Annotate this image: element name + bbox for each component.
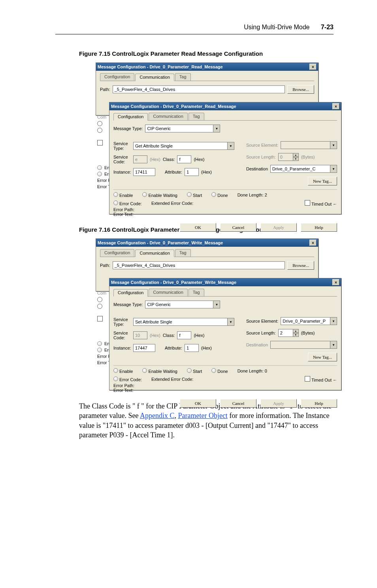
led-icon — [113, 368, 118, 373]
chevron-down-icon[interactable]: ▼ — [228, 142, 234, 150]
led-icon — [113, 200, 118, 205]
dest-combo[interactable]: Drive_0_Parameter_C — [270, 165, 330, 173]
led-icon — [97, 341, 102, 346]
radio-icon[interactable] — [97, 297, 102, 302]
chevron-down-icon[interactable]: ▼ — [330, 165, 337, 173]
tab-tag[interactable]: Tag — [175, 73, 191, 81]
cancel-button[interactable]: Cancel — [220, 399, 256, 408]
fig2-front-title: Message Configuration - Drive_0_Paramete… — [111, 280, 332, 285]
tab-tag[interactable]: Tag — [188, 113, 204, 120]
checkbox-icon[interactable] — [97, 316, 103, 321]
led-icon — [142, 368, 147, 373]
tab-tag[interactable]: Tag — [188, 289, 204, 296]
instance-input[interactable]: 17411 — [133, 168, 155, 176]
chevron-down-icon[interactable]: ▼ — [228, 318, 234, 326]
radio-icon[interactable] — [97, 128, 102, 133]
fig1-back-tabs: Configuration Communication Tag — [100, 73, 314, 81]
class-label: Class: — [163, 157, 175, 162]
msg-type-combo[interactable]: CIP Generic — [145, 301, 213, 308]
timed-out-checkbox[interactable] — [305, 376, 310, 382]
chevron-down-icon[interactable]: ▼ — [330, 341, 337, 349]
instance-label: Instance: — [113, 170, 131, 174]
tab-tag[interactable]: Tag — [175, 249, 191, 257]
header-rule — [55, 34, 334, 34]
apply-button: Apply — [260, 399, 297, 408]
service-code-input: 10 — [133, 331, 147, 339]
chevron-down-icon[interactable]: ▼ — [330, 141, 337, 149]
close-icon[interactable]: × — [332, 279, 339, 285]
led-icon — [187, 368, 192, 373]
src-elem-label: Source Element: — [246, 143, 278, 147]
service-code-label: Service Code: — [113, 155, 131, 164]
spin-up-icon[interactable]: ▲ — [293, 329, 299, 333]
tab-communication[interactable]: Communication — [135, 250, 174, 257]
dest-combo — [270, 341, 330, 349]
tab-configuration[interactable]: Configuration — [100, 249, 134, 257]
dest-label: Destination — [246, 166, 268, 171]
ok-button[interactable]: OK — [180, 399, 216, 408]
service-code-input: e — [133, 155, 147, 163]
path-input[interactable]: _5_PowerFlex_4_Class_Drives — [113, 85, 285, 93]
fig1-front-title: Message Configuration - Drive_0_Paramete… — [111, 104, 332, 109]
path-label: Path: — [100, 87, 110, 92]
src-elem-combo — [281, 141, 330, 149]
tab-configuration[interactable]: Configuration — [100, 73, 134, 81]
attribute-input[interactable]: 1 — [185, 168, 199, 176]
class-input[interactable]: f — [177, 331, 191, 339]
led-icon — [97, 165, 102, 170]
radio-icon[interactable] — [97, 121, 102, 126]
led-icon — [113, 376, 118, 381]
spin-down-icon[interactable]: ▼ — [293, 333, 299, 337]
apply-button: Apply — [260, 223, 297, 232]
ok-button[interactable]: OK — [180, 223, 216, 232]
new-tag-button[interactable]: New Tag... — [308, 177, 337, 185]
fig1-dialogs: Message Configuration - Drive_0_Paramete… — [96, 62, 341, 214]
msg-type-label: Message Type: — [113, 126, 143, 131]
close-icon[interactable]: × — [309, 64, 317, 70]
led-icon — [97, 172, 102, 176]
radio-icon[interactable] — [97, 304, 102, 309]
led-icon — [113, 192, 118, 197]
fig1-caption: Figure 7.15 ControlLogix Parameter Read … — [79, 50, 334, 57]
help-button[interactable]: Help — [301, 399, 337, 408]
header-title: Using Multi-Drive Mode — [244, 24, 309, 30]
instance-input[interactable]: 17447 — [133, 344, 155, 352]
src-len-input[interactable]: 2 — [278, 329, 293, 337]
led-icon — [97, 348, 102, 352]
tab-communication[interactable]: Communication — [149, 113, 187, 120]
led-icon — [211, 192, 216, 197]
new-tag-button[interactable]: New Tag... — [308, 353, 337, 361]
chevron-down-icon[interactable]: ▼ — [330, 317, 337, 325]
service-type-combo[interactable]: Get Attribute Single — [133, 142, 228, 150]
link-parameter-object[interactable]: Parameter Object — [178, 412, 227, 420]
service-type-combo[interactable]: Set Attribute Single — [133, 318, 228, 326]
checkbox-icon[interactable] — [97, 140, 103, 146]
tab-configuration[interactable]: Configuration — [113, 113, 148, 121]
src-elem-combo[interactable]: Drive_0_Parameter_P — [281, 317, 330, 325]
chevron-down-icon[interactable]: ▼ — [213, 125, 220, 132]
link-appendix-c[interactable]: Appendix C — [140, 412, 175, 420]
chevron-down-icon[interactable]: ▼ — [213, 301, 220, 308]
timed-out-checkbox[interactable] — [305, 200, 310, 206]
src-len-label: Source Length: — [246, 155, 276, 159]
tab-communication[interactable]: Communication — [149, 289, 187, 296]
close-icon[interactable]: × — [309, 240, 317, 246]
fig1-front-window: Message Configuration - Drive_0_Paramete… — [109, 102, 341, 214]
src-len-input: 0 — [278, 153, 293, 161]
cancel-button[interactable]: Cancel — [220, 223, 256, 232]
path-input[interactable]: _5_PowerFlex_4_Class_Drives — [113, 261, 285, 269]
status-row: Enable Enable Waiting Start Done Done Le… — [113, 192, 337, 198]
close-icon[interactable]: × — [332, 103, 339, 110]
attribute-input[interactable]: 1 — [185, 344, 199, 352]
spin-down-icon[interactable]: ▼ — [293, 157, 299, 161]
divider — [113, 189, 337, 190]
fig2-dialogs: Message Configuration - Drive_0_Paramete… — [96, 238, 341, 390]
tab-configuration[interactable]: Configuration — [113, 289, 148, 297]
tab-communication[interactable]: Communication — [135, 74, 174, 81]
help-button[interactable]: Help — [301, 223, 337, 232]
msg-type-combo[interactable]: CIP Generic — [145, 125, 213, 132]
class-input[interactable]: f — [177, 155, 191, 163]
browse-button[interactable]: Browse... — [287, 85, 314, 94]
browse-button[interactable]: Browse... — [287, 261, 314, 270]
spin-up-icon[interactable]: ▲ — [293, 153, 299, 157]
